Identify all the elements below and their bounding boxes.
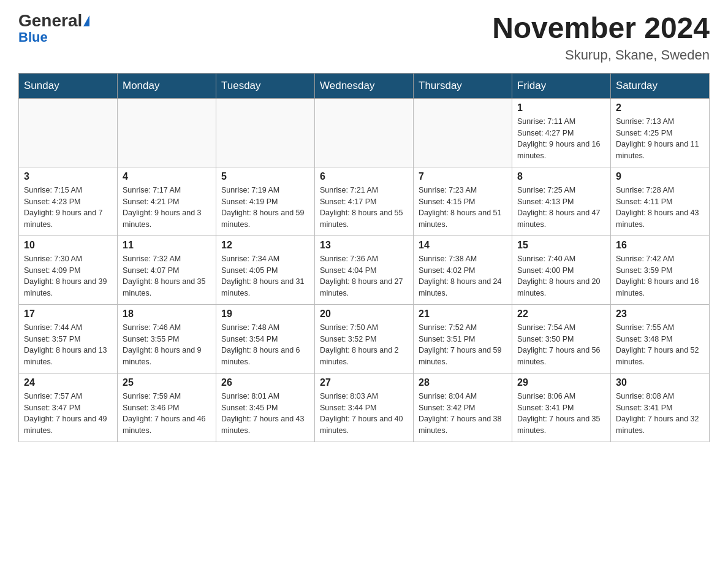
week-row-4: 17Sunrise: 7:44 AMSunset: 3:57 PMDayligh… <box>19 304 710 373</box>
day-info: Sunrise: 7:59 AMSunset: 3:46 PMDaylight:… <box>123 391 211 437</box>
day-info: Sunrise: 7:28 AMSunset: 4:11 PMDaylight:… <box>616 185 704 231</box>
calendar-cell: 7Sunrise: 7:23 AMSunset: 4:15 PMDaylight… <box>414 167 512 236</box>
calendar-cell: 3Sunrise: 7:15 AMSunset: 4:23 PMDaylight… <box>19 167 118 236</box>
day-number: 26 <box>221 377 309 388</box>
day-info: Sunrise: 7:40 AMSunset: 4:00 PMDaylight:… <box>517 253 605 299</box>
day-info: Sunrise: 7:17 AMSunset: 4:21 PMDaylight:… <box>123 185 211 231</box>
calendar-cell: 21Sunrise: 7:52 AMSunset: 3:51 PMDayligh… <box>414 304 512 373</box>
day-number: 5 <box>221 171 309 182</box>
calendar-subtitle: Skurup, Skane, Sweden <box>492 47 710 63</box>
calendar-title: November 2024 <box>492 12 710 45</box>
calendar-cell: 17Sunrise: 7:44 AMSunset: 3:57 PMDayligh… <box>19 304 118 373</box>
day-info: Sunrise: 7:15 AMSunset: 4:23 PMDaylight:… <box>24 185 112 231</box>
week-row-3: 10Sunrise: 7:30 AMSunset: 4:09 PMDayligh… <box>19 236 710 304</box>
logo-blue-text: Blue <box>18 29 48 45</box>
calendar-cell <box>414 98 512 167</box>
logo-general-text: General <box>18 12 82 29</box>
day-number: 8 <box>517 171 605 182</box>
day-number: 18 <box>123 308 211 320</box>
day-info: Sunrise: 8:03 AMSunset: 3:44 PMDaylight:… <box>320 391 408 437</box>
day-info: Sunrise: 7:11 AMSunset: 4:27 PMDaylight:… <box>517 116 605 162</box>
calendar-cell <box>118 98 216 167</box>
week-row-5: 24Sunrise: 7:57 AMSunset: 3:47 PMDayligh… <box>19 373 710 442</box>
calendar-cell: 16Sunrise: 7:42 AMSunset: 3:59 PMDayligh… <box>611 236 710 304</box>
calendar-cell: 25Sunrise: 7:59 AMSunset: 3:46 PMDayligh… <box>118 373 216 442</box>
day-number: 13 <box>320 240 408 251</box>
day-number: 17 <box>24 308 112 320</box>
title-section: November 2024 Skurup, Skane, Sweden <box>492 12 710 63</box>
calendar-cell: 28Sunrise: 8:04 AMSunset: 3:42 PMDayligh… <box>414 373 512 442</box>
day-info: Sunrise: 7:55 AMSunset: 3:48 PMDaylight:… <box>616 322 704 368</box>
calendar-cell <box>315 98 414 167</box>
day-number: 30 <box>616 377 704 388</box>
day-number: 9 <box>616 171 704 182</box>
day-number: 7 <box>419 171 507 182</box>
calendar-cell: 26Sunrise: 8:01 AMSunset: 3:45 PMDayligh… <box>216 373 315 442</box>
day-info: Sunrise: 7:36 AMSunset: 4:04 PMDaylight:… <box>320 253 408 299</box>
calendar-cell: 11Sunrise: 7:32 AMSunset: 4:07 PMDayligh… <box>118 236 216 304</box>
day-info: Sunrise: 8:06 AMSunset: 3:41 PMDaylight:… <box>517 391 605 437</box>
day-number: 15 <box>517 240 605 251</box>
calendar-table: SundayMondayTuesdayWednesdayThursdayFrid… <box>18 73 710 442</box>
day-number: 25 <box>123 377 211 388</box>
day-info: Sunrise: 7:54 AMSunset: 3:50 PMDaylight:… <box>517 322 605 368</box>
day-number: 24 <box>24 377 112 388</box>
calendar-cell: 27Sunrise: 8:03 AMSunset: 3:44 PMDayligh… <box>315 373 414 442</box>
day-info: Sunrise: 8:04 AMSunset: 3:42 PMDaylight:… <box>419 391 507 437</box>
calendar-cell: 9Sunrise: 7:28 AMSunset: 4:11 PMDaylight… <box>611 167 710 236</box>
calendar-cell <box>19 98 118 167</box>
calendar-cell: 1Sunrise: 7:11 AMSunset: 4:27 PMDaylight… <box>512 98 611 167</box>
day-info: Sunrise: 7:48 AMSunset: 3:54 PMDaylight:… <box>221 322 309 368</box>
day-info: Sunrise: 7:19 AMSunset: 4:19 PMDaylight:… <box>221 185 309 231</box>
day-info: Sunrise: 7:13 AMSunset: 4:25 PMDaylight:… <box>616 116 704 162</box>
calendar-cell: 10Sunrise: 7:30 AMSunset: 4:09 PMDayligh… <box>19 236 118 304</box>
calendar-cell: 24Sunrise: 7:57 AMSunset: 3:47 PMDayligh… <box>19 373 118 442</box>
calendar-cell: 23Sunrise: 7:55 AMSunset: 3:48 PMDayligh… <box>611 304 710 373</box>
calendar-cell: 2Sunrise: 7:13 AMSunset: 4:25 PMDaylight… <box>611 98 710 167</box>
weekday-header-wednesday: Wednesday <box>315 73 414 98</box>
day-info: Sunrise: 7:21 AMSunset: 4:17 PMDaylight:… <box>320 185 408 231</box>
calendar-cell: 22Sunrise: 7:54 AMSunset: 3:50 PMDayligh… <box>512 304 611 373</box>
day-number: 22 <box>517 308 605 320</box>
day-number: 21 <box>419 308 507 320</box>
day-info: Sunrise: 7:34 AMSunset: 4:05 PMDaylight:… <box>221 253 309 299</box>
page-header: General Blue November 2024 Skurup, Skane… <box>18 12 710 63</box>
day-info: Sunrise: 7:23 AMSunset: 4:15 PMDaylight:… <box>419 185 507 231</box>
logo-triangle-icon <box>83 15 89 26</box>
calendar-cell: 15Sunrise: 7:40 AMSunset: 4:00 PMDayligh… <box>512 236 611 304</box>
day-info: Sunrise: 7:32 AMSunset: 4:07 PMDaylight:… <box>123 253 211 299</box>
day-number: 11 <box>123 240 211 251</box>
weekday-header-sunday: Sunday <box>19 73 118 98</box>
week-row-2: 3Sunrise: 7:15 AMSunset: 4:23 PMDaylight… <box>19 167 710 236</box>
day-number: 19 <box>221 308 309 320</box>
day-info: Sunrise: 7:52 AMSunset: 3:51 PMDaylight:… <box>419 322 507 368</box>
day-info: Sunrise: 7:46 AMSunset: 3:55 PMDaylight:… <box>123 322 211 368</box>
day-info: Sunrise: 7:57 AMSunset: 3:47 PMDaylight:… <box>24 391 112 437</box>
day-number: 4 <box>123 171 211 182</box>
weekday-header-thursday: Thursday <box>414 73 512 98</box>
calendar-cell: 8Sunrise: 7:25 AMSunset: 4:13 PMDaylight… <box>512 167 611 236</box>
day-number: 16 <box>616 240 704 251</box>
day-info: Sunrise: 7:42 AMSunset: 3:59 PMDaylight:… <box>616 253 704 299</box>
logo: General Blue <box>18 12 89 45</box>
calendar-cell: 14Sunrise: 7:38 AMSunset: 4:02 PMDayligh… <box>414 236 512 304</box>
day-number: 12 <box>221 240 309 251</box>
calendar-cell: 13Sunrise: 7:36 AMSunset: 4:04 PMDayligh… <box>315 236 414 304</box>
day-info: Sunrise: 7:38 AMSunset: 4:02 PMDaylight:… <box>419 253 507 299</box>
day-info: Sunrise: 7:25 AMSunset: 4:13 PMDaylight:… <box>517 185 605 231</box>
calendar-cell: 29Sunrise: 8:06 AMSunset: 3:41 PMDayligh… <box>512 373 611 442</box>
day-number: 28 <box>419 377 507 388</box>
day-number: 29 <box>517 377 605 388</box>
calendar-cell: 18Sunrise: 7:46 AMSunset: 3:55 PMDayligh… <box>118 304 216 373</box>
calendar-cell: 6Sunrise: 7:21 AMSunset: 4:17 PMDaylight… <box>315 167 414 236</box>
day-number: 27 <box>320 377 408 388</box>
day-number: 2 <box>616 102 704 113</box>
calendar-cell <box>216 98 315 167</box>
calendar-cell: 12Sunrise: 7:34 AMSunset: 4:05 PMDayligh… <box>216 236 315 304</box>
calendar-cell: 20Sunrise: 7:50 AMSunset: 3:52 PMDayligh… <box>315 304 414 373</box>
weekday-header-monday: Monday <box>118 73 216 98</box>
day-number: 10 <box>24 240 112 251</box>
calendar-cell: 30Sunrise: 8:08 AMSunset: 3:41 PMDayligh… <box>611 373 710 442</box>
day-number: 1 <box>517 102 605 113</box>
weekday-header-friday: Friday <box>512 73 611 98</box>
